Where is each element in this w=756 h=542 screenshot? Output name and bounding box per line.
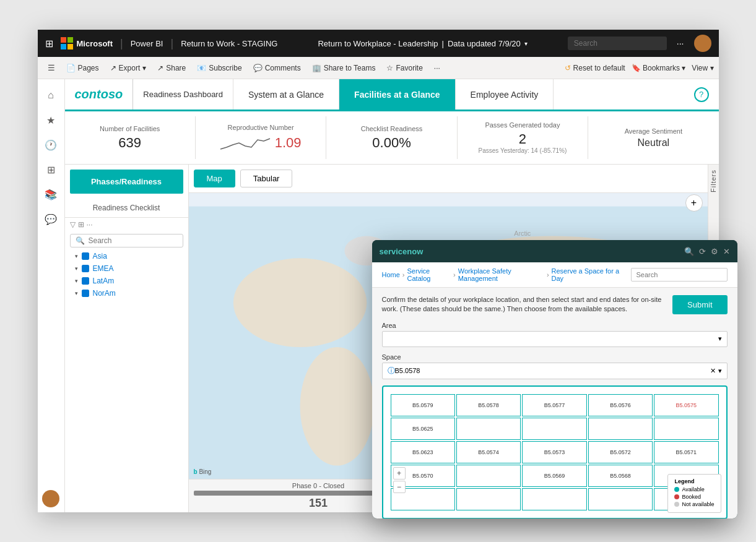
search-input[interactable]	[89, 236, 178, 245]
region-emea[interactable]: ▾ EMEA	[65, 262, 188, 275]
sn-area-input[interactable]: ▾	[382, 331, 728, 347]
expand-icon[interactable]: ⊞	[78, 220, 84, 229]
sn-body: Home › Service Catalog › Workplace Safet…	[372, 262, 737, 518]
favorite-button[interactable]: ☆ Favorite	[381, 61, 427, 75]
topbar-more-icon[interactable]: ···	[674, 36, 687, 51]
sn-room-cell[interactable]: B5.0579	[391, 394, 455, 416]
sn-room-cell[interactable]: B5.0625	[391, 418, 455, 440]
sn-breadcrumb-home[interactable]: Home	[382, 271, 400, 278]
title-chevron[interactable]: ▾	[524, 40, 528, 47]
tab-employee[interactable]: Employee Activity	[456, 79, 554, 110]
sn-room-cell[interactable]	[456, 465, 521, 487]
sn-room-cell[interactable]: B5.0568	[588, 465, 653, 487]
sn-room-cell[interactable]	[522, 488, 586, 510]
pages-button[interactable]: 📄 Pages	[61, 61, 104, 75]
sn-breadcrumb-catalog[interactable]: Service Catalog	[407, 267, 451, 282]
home-icon[interactable]: ⌂	[40, 84, 62, 106]
region-latam[interactable]: ▾ LatAm	[65, 275, 188, 287]
region-checkbox[interactable]	[82, 265, 89, 272]
second-bar: ☰ 📄 Pages ↗ Export ▾ ↗ Share 📧 Subscribe…	[38, 57, 719, 79]
recent-icon[interactable]: 🕐	[40, 134, 62, 156]
sn-room-cell[interactable]	[522, 418, 586, 440]
tab-system-label: System at a Glance	[248, 90, 324, 100]
tabular-button[interactable]: Tabular	[240, 170, 293, 187]
stat-sentiment: Average Sentiment Neutral	[588, 116, 718, 159]
tab-facilities[interactable]: Facilities at a Glance	[339, 79, 456, 110]
workspaces-icon[interactable]: 💬	[40, 208, 62, 230]
sn-zoom-out-button[interactable]: −	[393, 481, 406, 493]
sn-space-input[interactable]: ⓘ B5.0578 ✕ ▾	[382, 363, 728, 379]
filter-icon[interactable]: ▽	[70, 220, 76, 229]
report-name: Return to Work - STAGING	[181, 39, 277, 48]
region-asia[interactable]: ▾ Asia	[65, 250, 188, 262]
sn-room-cell[interactable]	[456, 488, 521, 510]
reset-icon: ↺	[565, 64, 571, 72]
map-button[interactable]: Map	[194, 170, 235, 187]
phases-readiness-button[interactable]: Phases/Readiness	[70, 170, 183, 194]
more-icon: ···	[434, 64, 440, 72]
sn-legend: Legend Available Booked	[667, 474, 721, 513]
comments-button[interactable]: 💬 Comments	[248, 61, 306, 75]
apps-icon[interactable]: ⊞	[40, 158, 62, 181]
tab-system[interactable]: System at a Glance	[233, 79, 339, 110]
passes-label: Passes Generated today	[485, 121, 560, 129]
sn-room-cell[interactable]: B5.0578	[456, 394, 521, 416]
sn-refresh-icon[interactable]: ⟳	[699, 247, 706, 256]
sn-room-cell[interactable]: B5.0623	[391, 441, 455, 463]
favorites-icon[interactable]: ★	[40, 109, 62, 131]
sn-search-input[interactable]	[631, 268, 728, 282]
tab-readiness[interactable]: Readiness Dashboard	[133, 79, 233, 110]
region-label: EMEA	[93, 264, 114, 273]
sn-settings-icon[interactable]: ⚙	[711, 247, 718, 256]
sn-room-cell[interactable]	[588, 488, 653, 510]
view-button[interactable]: View ▾	[692, 64, 713, 72]
help-button[interactable]: ?	[684, 79, 719, 110]
region-noram[interactable]: ▾ NorAm	[65, 287, 188, 299]
filter-more-icon[interactable]: ···	[87, 220, 93, 229]
sn-breadcrumb: Home › Service Catalog › Workplace Safet…	[372, 262, 737, 288]
sidebar-avatar[interactable]	[42, 490, 59, 507]
region-checkbox[interactable]	[82, 252, 89, 260]
sn-close-icon[interactable]: ✕	[723, 247, 730, 256]
export-button[interactable]: ↗ Export ▾	[105, 61, 152, 75]
sn-space-field: Space ⓘ B5.0578 ✕ ▾	[382, 353, 728, 379]
data-updated: Data updated 7/9/20	[448, 39, 521, 48]
sn-room-cell[interactable]	[456, 418, 521, 440]
bookmarks-button[interactable]: 🔖 Bookmarks ▾	[627, 64, 691, 72]
sn-room-cell[interactable]	[654, 418, 718, 440]
sn-room-cell[interactable]	[588, 418, 653, 440]
zoom-plus-button[interactable]: +	[685, 194, 703, 212]
sn-room-cell[interactable]: B5.0577	[522, 394, 586, 416]
sn-room-cell[interactable]: B5.0571	[654, 441, 718, 463]
region-checkbox[interactable]	[82, 277, 89, 285]
shared-icon[interactable]: 📚	[40, 183, 62, 205]
sn-room-cell[interactable]: B5.0576	[588, 394, 653, 416]
grid-icon[interactable]: ⊞	[45, 38, 53, 49]
sn-submit-button[interactable]: Submit	[672, 295, 727, 314]
more-options-button[interactable]: ···	[429, 61, 445, 75]
tab-employee-label: Employee Activity	[471, 90, 539, 100]
sn-room-cell[interactable]: B5.0573	[522, 441, 586, 463]
subscribe-button[interactable]: 📧 Subscribe	[192, 61, 246, 75]
sn-breadcrumb-safety[interactable]: Workplace Safety Management	[458, 267, 544, 282]
reset-button[interactable]: ↺ Reset to default	[565, 64, 625, 72]
sn-zoom-in-button[interactable]: +	[393, 467, 406, 480]
legend-available: Available	[674, 486, 714, 493]
sn-room-cell[interactable]: B5.0574	[456, 441, 521, 463]
sn-room-cell[interactable]: B5.0569	[522, 465, 586, 487]
sn-search-icon[interactable]: 🔍	[684, 247, 694, 256]
share-teams-button[interactable]: 🏢 Share to Teams	[307, 61, 381, 75]
topbar-search-input[interactable]	[568, 37, 667, 50]
share-button[interactable]: ↗ Share	[152, 61, 191, 75]
workspace-title: Return to Workplace - Leadership	[318, 39, 438, 48]
sn-area-field: Area ▾	[382, 322, 728, 347]
share-teams-icon: 🏢	[312, 64, 321, 72]
region-checkbox[interactable]	[82, 290, 89, 297]
sn-room-cell[interactable]: B5.0572	[588, 441, 653, 463]
sn-room-cell[interactable]: B5.0575	[654, 394, 718, 416]
sn-breadcrumb-reserve[interactable]: Reserve a Space for a Day	[552, 267, 626, 282]
user-avatar[interactable]	[694, 35, 711, 52]
sn-space-clear[interactable]: ✕	[710, 367, 716, 375]
filters-label: Filters	[710, 170, 717, 192]
hamburger-icon[interactable]: ☰	[43, 59, 60, 77]
